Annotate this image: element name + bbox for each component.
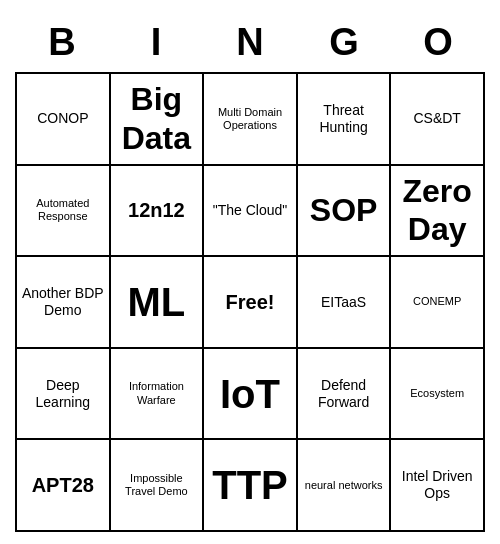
cell-text: Information Warfare bbox=[115, 380, 199, 406]
cell-text: neural networks bbox=[305, 479, 383, 492]
cell-text: Automated Response bbox=[21, 197, 105, 223]
bingo-cell: Free! bbox=[204, 257, 298, 349]
cell-text: EITaaS bbox=[321, 294, 366, 311]
header-letter: G bbox=[297, 12, 391, 72]
cell-text: CONOP bbox=[37, 110, 88, 127]
cell-text: Threat Hunting bbox=[302, 102, 386, 136]
bingo-cell: 12n12 bbox=[111, 166, 205, 258]
bingo-card: BINGO CONOPBig DataMulti Domain Operatio… bbox=[15, 12, 485, 532]
header-letter: B bbox=[15, 12, 109, 72]
bingo-cell: EITaaS bbox=[298, 257, 392, 349]
bingo-cell: Multi Domain Operations bbox=[204, 74, 298, 166]
cell-text: Big Data bbox=[115, 80, 199, 157]
cell-text: SOP bbox=[310, 191, 378, 229]
bingo-cell: ML bbox=[111, 257, 205, 349]
bingo-cell: CONEMP bbox=[391, 257, 485, 349]
header-letter: N bbox=[203, 12, 297, 72]
cell-text: 12n12 bbox=[128, 198, 185, 222]
bingo-cell: Impossible Travel Demo bbox=[111, 440, 205, 532]
cell-text: Deep Learning bbox=[21, 377, 105, 411]
cell-text: Defend Forward bbox=[302, 377, 386, 411]
bingo-cell: Ecosystem bbox=[391, 349, 485, 441]
bingo-cell: APT28 bbox=[17, 440, 111, 532]
header-letter: O bbox=[391, 12, 485, 72]
cell-text: Free! bbox=[226, 290, 275, 314]
bingo-cell: IoT bbox=[204, 349, 298, 441]
bingo-cell: Intel Driven Ops bbox=[391, 440, 485, 532]
bingo-cell: Deep Learning bbox=[17, 349, 111, 441]
header-letter: I bbox=[109, 12, 203, 72]
cell-text: ML bbox=[128, 278, 186, 326]
cell-text: Impossible Travel Demo bbox=[115, 472, 199, 498]
bingo-grid: CONOPBig DataMulti Domain OperationsThre… bbox=[15, 72, 485, 532]
bingo-cell: SOP bbox=[298, 166, 392, 258]
cell-text: Zero Day bbox=[395, 172, 479, 249]
cell-text: APT28 bbox=[32, 473, 94, 497]
cell-text: "The Cloud" bbox=[213, 202, 288, 219]
cell-text: Another BDP Demo bbox=[21, 285, 105, 319]
cell-text: Multi Domain Operations bbox=[208, 106, 292, 132]
cell-text: CS&DT bbox=[413, 110, 460, 127]
bingo-cell: CONOP bbox=[17, 74, 111, 166]
bingo-cell: Automated Response bbox=[17, 166, 111, 258]
cell-text: Intel Driven Ops bbox=[395, 468, 479, 502]
bingo-cell: Another BDP Demo bbox=[17, 257, 111, 349]
cell-text: Ecosystem bbox=[410, 387, 464, 400]
bingo-cell: CS&DT bbox=[391, 74, 485, 166]
cell-text: TTP bbox=[212, 461, 288, 509]
bingo-cell: Defend Forward bbox=[298, 349, 392, 441]
bingo-cell: TTP bbox=[204, 440, 298, 532]
bingo-cell: Big Data bbox=[111, 74, 205, 166]
bingo-cell: Information Warfare bbox=[111, 349, 205, 441]
cell-text: CONEMP bbox=[413, 295, 461, 308]
cell-text: IoT bbox=[220, 370, 280, 418]
bingo-cell: Zero Day bbox=[391, 166, 485, 258]
bingo-cell: Threat Hunting bbox=[298, 74, 392, 166]
bingo-cell: neural networks bbox=[298, 440, 392, 532]
bingo-cell: "The Cloud" bbox=[204, 166, 298, 258]
bingo-header: BINGO bbox=[15, 12, 485, 72]
